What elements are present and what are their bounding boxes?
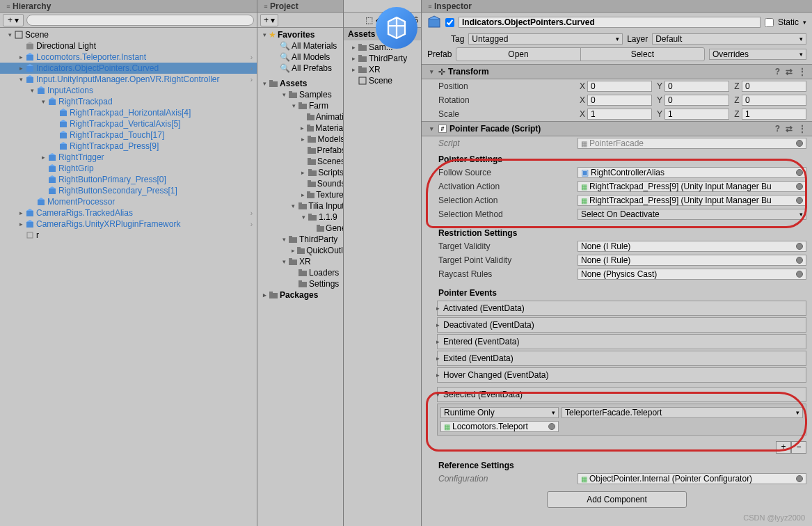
hierarchy-item[interactable]: RightButtonSecondary_Press[1] bbox=[0, 185, 257, 196]
hierarchy-item[interactable]: ▾Input.UnityInputManager.OpenVR.RightCon… bbox=[0, 74, 257, 85]
inspector-title: Inspector bbox=[434, 1, 472, 11]
position-z-input[interactable] bbox=[742, 81, 806, 92]
hierarchy-item[interactable]: ▸RightTrigger bbox=[0, 152, 257, 163]
project-item[interactable]: Gene bbox=[257, 223, 343, 234]
raycast-rules-field[interactable]: None (Physics Cast) bbox=[578, 269, 806, 280]
hierarchy-item[interactable]: ▸CameraRigs.TrackedAlias› bbox=[0, 207, 257, 218]
event-header[interactable]: ▸Activated (EventData) bbox=[437, 301, 806, 316]
hierarchy-item[interactable]: RightTrackpad_HorizontalAxis[4] bbox=[0, 107, 257, 118]
hierarchy-item[interactable]: RightGrip bbox=[0, 163, 257, 174]
menu-icon[interactable]: ⋮ bbox=[798, 124, 806, 134]
overrides-dropdown[interactable]: Overrides▾ bbox=[709, 49, 806, 60]
runtime-dropdown[interactable]: Runtime Only▾ bbox=[440, 407, 559, 418]
help-icon[interactable]: ? bbox=[775, 124, 780, 134]
object-name-field[interactable] bbox=[459, 17, 761, 28]
remove-listener-button[interactable]: − bbox=[791, 441, 806, 454]
position-x-input[interactable] bbox=[587, 81, 652, 92]
hierarchy-item[interactable]: MomentProcessor bbox=[0, 196, 257, 207]
project-item[interactable]: ▸Packages bbox=[257, 289, 343, 301]
pointerfacade-header[interactable]: ▾ # Pointer Facade (Script) ? ⇄ ⋮ bbox=[422, 121, 812, 136]
event-header[interactable]: ▸Deactivated (EventData) bbox=[437, 317, 806, 333]
project-item[interactable]: Prefabs bbox=[257, 145, 343, 156]
project-item[interactable]: Settings bbox=[257, 278, 343, 289]
hierarchy-item[interactable]: RightButtonPrimary_Press[0] bbox=[0, 174, 257, 185]
hierarchy-item[interactable]: RightTrackpad_Press[9] bbox=[0, 141, 257, 152]
project-item[interactable]: Sounds bbox=[257, 178, 343, 189]
project-item[interactable]: ▾1.1.9 bbox=[257, 212, 343, 223]
hierarchy-item[interactable]: ▾Scene bbox=[0, 29, 257, 40]
rotation-y-input[interactable] bbox=[664, 95, 729, 106]
prefab-open-button[interactable]: Open bbox=[456, 48, 580, 61]
hierarchy-item[interactable]: ▸Indicators.ObjectPointers.Curved› bbox=[0, 63, 257, 74]
filter-icon[interactable]: ⬚ bbox=[365, 15, 373, 25]
project-item[interactable]: ▸Textures bbox=[257, 189, 343, 200]
project-item[interactable]: ▾Farm bbox=[257, 100, 343, 111]
item-label: Scene bbox=[25, 30, 49, 40]
configuration-field[interactable]: ▦ObjectPointer.Internal (Pointer Configu… bbox=[578, 473, 806, 484]
project-create[interactable]: + ▾ bbox=[260, 14, 278, 26]
add-listener-button[interactable]: + bbox=[776, 441, 791, 454]
selection-action-field[interactable]: ▦RightTrackpad_Press[9] (Unity Input Man… bbox=[578, 195, 806, 206]
preset-icon[interactable]: ⇄ bbox=[786, 67, 793, 77]
menu-icon[interactable]: ⋮ bbox=[798, 67, 806, 77]
layer-dropdown[interactable]: Default▾ bbox=[652, 33, 806, 45]
rotation-z-input[interactable] bbox=[742, 95, 806, 106]
scale-y-input[interactable] bbox=[664, 109, 729, 120]
project-item[interactable]: Scenes bbox=[257, 156, 343, 167]
inspector-header: ≡ Inspector bbox=[422, 0, 812, 13]
event-header[interactable]: ▸Entered (EventData) bbox=[437, 334, 806, 349]
target-point-field[interactable]: None (I Rule) bbox=[578, 255, 806, 266]
favorites-folder[interactable]: ▾★ Favorites bbox=[257, 29, 343, 40]
hierarchy-item[interactable]: ▸CameraRigs.UnityXRPluginFramework› bbox=[0, 218, 257, 230]
asset-item[interactable]: ▸XR bbox=[344, 64, 421, 75]
project-item[interactable]: ▸Materials bbox=[257, 122, 343, 134]
project-item[interactable]: ▸QuickOutlin bbox=[257, 245, 343, 256]
transform-header[interactable]: ▾ ⊹ Transform ? ⇄ ⋮ bbox=[422, 64, 812, 79]
scale-x-input[interactable] bbox=[587, 109, 652, 120]
project-item[interactable]: ▾XR bbox=[257, 256, 343, 267]
event-header[interactable]: ▸Exited (EventData) bbox=[437, 351, 806, 366]
favorite-item[interactable]: 🔍All Models bbox=[257, 51, 343, 63]
hierarchy-item[interactable]: RightTrackpad_VerticalAxis[5] bbox=[0, 118, 257, 129]
hierarchy-item[interactable]: RightTrackpad_Touch[17] bbox=[0, 129, 257, 141]
preset-icon[interactable]: ⇄ bbox=[786, 124, 793, 134]
target-validity-field[interactable]: None (I Rule) bbox=[578, 241, 806, 252]
create-dropdown[interactable]: + ▾ bbox=[3, 14, 24, 26]
project-item[interactable]: ▸Scripts bbox=[257, 167, 343, 178]
add-component-button[interactable]: Add Component bbox=[547, 491, 687, 508]
selection-method-dropdown[interactable]: Select On Deactivate▾ bbox=[578, 209, 806, 220]
favorite-item[interactable]: 🔍All Prefabs bbox=[257, 63, 343, 74]
follow-source-field[interactable]: ▣RightControllerAlias bbox=[578, 167, 806, 178]
hierarchy-item[interactable]: ▾InputActions bbox=[0, 85, 257, 96]
project-item[interactable]: ▾ThirdParty bbox=[257, 234, 343, 245]
event-target-field[interactable]: ▦Locomotors.Teleport bbox=[440, 421, 559, 432]
asset-item[interactable]: ▸ThirdParty bbox=[344, 53, 421, 64]
hierarchy-item[interactable]: ▾RightTrackpad bbox=[0, 96, 257, 107]
asset-item[interactable]: Scene bbox=[344, 75, 421, 86]
hierarchy-item[interactable]: r bbox=[0, 230, 257, 241]
event-header[interactable]: ▸Hover Changed (EventData) bbox=[437, 367, 806, 383]
method-dropdown[interactable]: TeleporterFacade.Teleport▾ bbox=[562, 407, 803, 418]
hierarchy-item[interactable]: ▸Locomotors.Teleporter.Instant› bbox=[0, 51, 257, 63]
help-icon[interactable]: ? bbox=[775, 67, 780, 77]
project-item[interactable]: Loaders bbox=[257, 267, 343, 278]
hierarchy-item[interactable]: Directional Light bbox=[0, 40, 257, 51]
project-item[interactable]: ▾Samples bbox=[257, 89, 343, 100]
favorite-item[interactable]: 🔍All Materials bbox=[257, 40, 343, 51]
tag-dropdown[interactable]: Untagged▾ bbox=[468, 33, 623, 45]
position-y-input[interactable] bbox=[664, 81, 729, 92]
project-item[interactable]: ▾Tilia Input bbox=[257, 200, 343, 212]
prefab-select-button[interactable]: Select bbox=[581, 48, 704, 61]
rotation-x-input[interactable] bbox=[587, 95, 652, 106]
static-dropdown-icon[interactable]: ▾ bbox=[803, 19, 806, 26]
assets-column: ⬚ ◆ ★ 👁 46 Assets ▸Sam...▸ThirdParty▸XRS… bbox=[344, 0, 422, 526]
project-item[interactable]: ▸Models bbox=[257, 134, 343, 145]
active-checkbox[interactable] bbox=[445, 18, 454, 27]
activation-action-field[interactable]: ▦RightTrackpad_Press[9] (Unity Input Man… bbox=[578, 181, 806, 192]
selected-event-header[interactable]: ▾ Selected (EventData) bbox=[437, 387, 806, 402]
hierarchy-search[interactable] bbox=[26, 15, 254, 26]
static-checkbox[interactable] bbox=[765, 18, 774, 27]
scale-z-input[interactable] bbox=[742, 109, 806, 120]
project-item[interactable]: Animatio bbox=[257, 111, 343, 122]
assets-folder[interactable]: ▾ Assets bbox=[257, 78, 343, 89]
